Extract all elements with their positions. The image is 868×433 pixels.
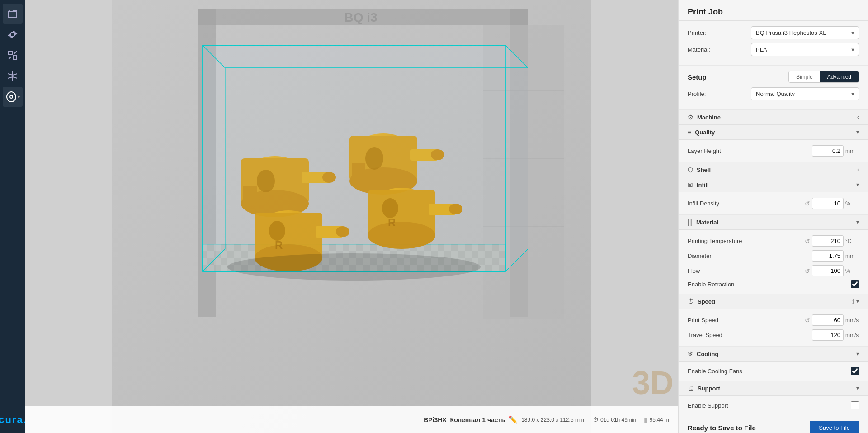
save-to-file-button[interactable]: Save to File — [810, 421, 859, 433]
setup-label: Setup — [688, 73, 788, 81]
material-label: Material: — [688, 46, 751, 53]
infill-icon: ⊠ — [688, 181, 693, 188]
cooling-icon: ❄ — [688, 350, 693, 357]
print-speed-input-group: mm/s — [812, 314, 859, 326]
travel-speed-row: Travel Speed mm/s — [688, 328, 859, 343]
profile-select[interactable]: Normal Quality — [751, 87, 859, 100]
flow-reset[interactable]: ↺ — [805, 267, 810, 275]
infill-density-input-group: % — [812, 198, 859, 209]
advanced-toggle[interactable]: Advanced — [820, 71, 859, 82]
infill-section-header[interactable]: ⊠ Infill ▾ — [679, 177, 868, 192]
speed-content: Print Speed ↺ mm/s Travel Speed mm/s — [679, 309, 868, 347]
machine-icon: ⚙ — [688, 114, 693, 121]
svg-rect-2 — [13, 56, 17, 59]
machine-section-header[interactable]: ⚙ Machine ‹ — [679, 110, 868, 125]
print-speed-input[interactable] — [812, 314, 844, 326]
enable-support-checkbox[interactable] — [851, 401, 859, 409]
cooling-fans-label: Enable Cooling Fans — [688, 368, 851, 375]
edit-icon[interactable]: ✏️ — [509, 415, 518, 424]
sidebar-item-mirror[interactable] — [3, 66, 23, 86]
speed-chevron: ▾ — [856, 298, 859, 305]
support-icon: 🖨 — [688, 385, 694, 392]
material-select[interactable]: PLA — [751, 43, 859, 56]
quality-section-header[interactable]: ≡ Quality ▾ — [679, 125, 868, 140]
print-temp-row: Printing Temperature ↺ °C — [688, 233, 859, 248]
speed-info-icon[interactable]: ℹ — [852, 298, 854, 305]
print-speed-reset[interactable]: ↺ — [805, 317, 810, 324]
support-title: Support — [698, 385, 856, 392]
svg-point-49 — [382, 198, 398, 218]
material-section-header[interactable]: ||| Material ▾ — [679, 215, 868, 230]
sidebar-item-scale[interactable] — [3, 45, 23, 65]
travel-speed-unit: mm/s — [845, 332, 859, 338]
sidebar-item-rotate[interactable] — [3, 24, 23, 44]
model-name: ВРi3НХ_Коленвал 1 часть — [424, 416, 505, 423]
infill-density-unit: % — [845, 200, 859, 207]
infill-density-reset[interactable]: ↺ — [805, 200, 810, 207]
support-section-header[interactable]: 🖨 Support ▾ — [679, 381, 868, 396]
diameter-row: Diameter mm — [688, 248, 859, 263]
svg-marker-20 — [203, 45, 225, 271]
print-temp-input[interactable] — [812, 235, 844, 247]
flow-input[interactable] — [812, 265, 844, 276]
svg-point-0 — [10, 32, 15, 37]
infill-chevron: ▾ — [856, 181, 859, 188]
machine-title: Machine — [697, 114, 857, 121]
svg-rect-29 — [243, 186, 257, 204]
flow-label: Flow — [688, 267, 805, 274]
cooling-section-header[interactable]: ❄ Cooling ▾ — [679, 347, 868, 362]
quality-content: Layer Height mm — [679, 140, 868, 162]
viewport[interactable]: BQ i3 — [25, 0, 678, 433]
sidebar-item-folder[interactable] — [3, 4, 23, 24]
svg-point-3 — [10, 95, 13, 98]
svg-rect-36 — [352, 163, 365, 181]
travel-speed-input-group: mm/s — [812, 329, 859, 341]
svg-point-46 — [368, 222, 435, 249]
print-speed-label: Print Speed — [688, 317, 805, 324]
cooling-fans-row: Enable Cooling Fans — [688, 365, 859, 377]
print-temp-reset[interactable]: ↺ — [805, 238, 810, 245]
print-temp-label: Printing Temperature — [688, 238, 805, 244]
printer-select[interactable]: BQ Prusa i3 Hephestos XL — [751, 26, 859, 39]
shell-section-header[interactable]: ⬡ Shell ‹ — [679, 162, 868, 177]
retraction-label: Enable Retraction — [688, 281, 851, 288]
svg-point-42 — [269, 221, 285, 241]
shell-chevron: ‹ — [857, 167, 859, 173]
right-panel: Print Job Printer: BQ Prusa i3 Hephestos… — [678, 0, 868, 433]
layer-height-unit: mm — [845, 148, 859, 154]
setup-row: Setup Simple Advanced — [688, 71, 859, 83]
print-speed-unit: mm/s — [845, 317, 859, 324]
filament-icon: ||| — [643, 417, 647, 423]
setup-section: Setup Simple Advanced Profile: Normal Qu… — [679, 66, 868, 110]
layer-height-input[interactable] — [812, 145, 844, 157]
infill-density-label: Infill Density — [688, 200, 805, 207]
diameter-input-group: mm — [812, 250, 859, 262]
svg-text:BQ i3: BQ i3 — [344, 10, 377, 24]
svg-point-48 — [449, 204, 462, 214]
cooling-chevron: ▾ — [856, 351, 859, 357]
travel-speed-input[interactable] — [812, 329, 844, 341]
simple-toggle[interactable]: Simple — [789, 71, 820, 82]
infill-density-input[interactable] — [812, 198, 844, 209]
print-temp-input-group: °C — [812, 235, 859, 247]
support-content: Enable Support — [679, 396, 868, 415]
cooling-fans-checkbox[interactable] — [851, 367, 859, 375]
setup-toggle-group: Simple Advanced — [788, 71, 859, 83]
diameter-input[interactable] — [812, 250, 844, 262]
printer-dropdown-wrapper: BQ Prusa i3 Hephestos XL ▼ — [751, 26, 859, 39]
profile-row: Profile: Normal Quality ▼ — [688, 87, 859, 100]
save-label: Ready to Save to File — [688, 424, 756, 432]
speed-section-header[interactable]: ⏱ Speed ℹ ▾ — [679, 294, 868, 309]
svg-text:R: R — [388, 216, 396, 228]
flow-unit: % — [845, 268, 859, 274]
print-time: 01d 01h 49min — [600, 417, 636, 423]
material-dropdown-wrapper: PLA ▼ — [751, 43, 859, 56]
enable-support-row: Enable Support — [688, 400, 859, 411]
svg-point-35 — [365, 147, 383, 170]
quality-chevron: ▾ — [856, 129, 859, 135]
print-speed-row: Print Speed ↺ mm/s — [688, 313, 859, 328]
sidebar-item-view[interactable]: ▾ — [3, 87, 23, 107]
svg-point-28 — [257, 170, 275, 192]
infill-content: Infill Density ↺ % — [679, 192, 868, 215]
retraction-checkbox[interactable] — [851, 280, 859, 288]
